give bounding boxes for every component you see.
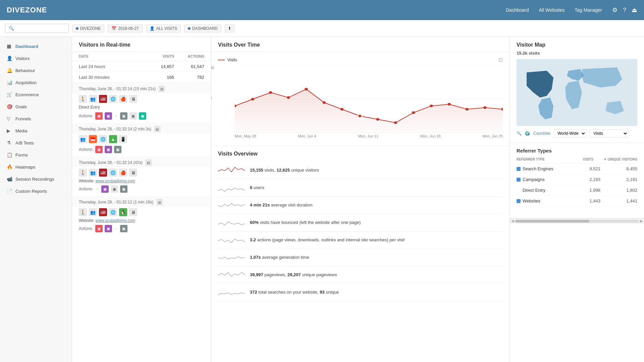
map-search-icon[interactable]: 🔍: [517, 131, 522, 136]
svg-point-9: [322, 101, 326, 104]
breadcrumb-up-button[interactable]: ⬆: [225, 24, 234, 33]
overview-row-1: 6 users: [218, 179, 503, 197]
session-1-expand[interactable]: ▤: [158, 85, 165, 92]
scroll-left-arrow[interactable]: ◀: [511, 219, 514, 223]
gear-icon[interactable]: ⚙: [612, 6, 618, 14]
help-icon[interactable]: ?: [623, 7, 626, 14]
sidebar-item-funnels[interactable]: ▽ Funnels: [0, 113, 72, 125]
session-1-actions-label: Actions:: [79, 114, 93, 118]
session-3-time: Thursday, June 28, - 01:32:14 (42s): [79, 160, 143, 165]
logout-icon[interactable]: ⏏: [632, 6, 637, 14]
session-3-icon-device: 🖥: [129, 169, 137, 177]
sidebar-item-forms[interactable]: 📋 Forms: [0, 149, 72, 161]
session-3-arrow: →: [95, 187, 99, 191]
session-3-header: Thursday, June 28, - 01:32:14 (42s) ▤: [72, 157, 211, 167]
breadcrumb-dashboard[interactable]: DASHBOARD: [184, 24, 221, 33]
nav-tag-manager[interactable]: Tag Manager: [575, 7, 602, 13]
sidebar-item-ecommerce[interactable]: 🛒 Ecommerce: [0, 88, 72, 101]
session-3-action-3: ▣: [120, 185, 127, 193]
date-col-header: DATE: [79, 54, 163, 58]
chart-fullscreen-icon[interactable]: ⊡: [498, 57, 503, 63]
search-box[interactable]: 🔍: [5, 24, 69, 33]
scrollbar[interactable]: ◀ ▶: [510, 218, 644, 224]
session-4-website-link[interactable]: www.scubadiving.com: [96, 218, 135, 223]
session-4-expand[interactable]: ▤: [156, 199, 163, 205]
globe-icon: 🌍: [525, 131, 530, 136]
breadcrumb-divezone[interactable]: DIVEZONE: [72, 24, 104, 33]
session-3-actions: Actions: → ▣ ▣ ▣: [72, 184, 211, 196]
middle-panel: Visits Over Time Visits ⊡ 17,630 8,815 0: [211, 37, 510, 362]
logo: DIVEZONE: [7, 6, 47, 14]
sidebar: ▦ Dashboard 👤 Visitors 🔔 Behaviour 📊 Acq…: [0, 37, 72, 362]
svg-point-12: [376, 118, 379, 121]
session-2-icon-flag: 🇮🇩: [89, 135, 97, 143]
session-3-action-1: ▣: [101, 185, 109, 193]
sidebar-item-acquisition[interactable]: 📊 Acquisition: [0, 76, 72, 88]
session-3-action-2: ▣: [111, 185, 118, 193]
mini-chart-3: [218, 217, 245, 229]
filter-icon: ▽: [7, 116, 12, 121]
metric-select[interactable]: Visits Unique Visitors Actions: [590, 129, 628, 137]
ref-name-0: Search Engines: [517, 166, 580, 171]
sidebar-item-visitors[interactable]: 👤 Visitors: [0, 52, 72, 64]
scroll-right-arrow[interactable]: ▶: [640, 219, 643, 223]
header-nav: Dashboard All Websites Tag Manager ⚙ ? ⏏: [506, 6, 637, 14]
breadcrumb-visits[interactable]: 👤 ALL VISITS: [146, 24, 181, 33]
visitor-map-section: Visitor Map 15.2k visits: [510, 37, 644, 143]
session-4-action-1: ▣: [95, 225, 103, 232]
session-3-expand[interactable]: ▤: [145, 159, 152, 166]
scrollbar-thumb[interactable]: [515, 220, 589, 223]
ref-row-1: Campaigns 2,193 2,191: [517, 174, 637, 185]
visits-overview-section: Visits Overview 15,155 visits, 12,625 un…: [211, 146, 509, 306]
sidebar-item-media[interactable]: ▶ Media: [0, 125, 72, 137]
ref-name-1: Campaigns: [517, 177, 580, 182]
mini-chart-7: [218, 287, 245, 298]
scrollbar-track[interactable]: [515, 220, 639, 223]
session-2-icon-android: ▲: [109, 135, 117, 143]
breadcrumb-date[interactable]: 📅 2018-06-27: [108, 24, 142, 33]
sidebar-item-goals[interactable]: 🎯 Goals: [0, 101, 72, 113]
region-select[interactable]: World-Wide Americas Europe Asia: [554, 129, 586, 137]
session-3-icon-2: 👥: [89, 169, 97, 177]
ref-row-3: Websites 1,443 1,441: [517, 196, 637, 206]
overview-row-2: 4 min 21s average visit duration: [218, 197, 503, 214]
x-label-2: Mon, Jun 11: [358, 134, 379, 138]
session-2-icon-chrome: 🌐: [99, 135, 107, 143]
person-icon: 👤: [150, 26, 155, 31]
mini-chart-2: [218, 199, 245, 211]
session-3-icon-os: 🍎: [119, 169, 127, 177]
session-3-icons: 🚶 👥 🇺🇸 🌐 🍎 🖥: [72, 167, 211, 178]
nav-all-websites[interactable]: All Websites: [539, 7, 565, 13]
header: DIVEZONE Dashboard All Websites Tag Mana…: [0, 0, 644, 20]
ref-row-2: Direct Entry 1,998 1,802: [517, 185, 637, 196]
overview-row-6: 39,997 pageviews, 29,207 unique pageview…: [218, 266, 503, 284]
x-label-1: Mon, Jun 4: [298, 134, 316, 138]
session-2-action-3: ▣: [114, 146, 121, 153]
session-4-website-label: Website: www.scubadiving.com: [72, 218, 211, 224]
session-2-expand[interactable]: ▤: [154, 126, 161, 132]
chart-icon: 📊: [7, 80, 12, 85]
sidebar-item-heatmaps[interactable]: 🔥 Heatmaps: [0, 161, 72, 173]
sidebar-item-session-recordings[interactable]: 📹 Session Recordings: [0, 173, 72, 185]
session-1-action-2: ▣: [105, 112, 112, 120]
session-1-icon-flag: 🇺🇸: [99, 95, 107, 103]
session-3-icon-flag: 🇺🇸: [99, 169, 107, 177]
overview-text-7: 372 total searches on your website, 93 u…: [250, 289, 339, 295]
sidebar-item-custom-reports[interactable]: 📄 Custom Reports: [0, 185, 72, 197]
nav-dashboard[interactable]: Dashboard: [506, 7, 529, 13]
overview-row-7: 372 total searches on your website, 93 u…: [218, 284, 503, 301]
session-1-time: Thursday, June 28, - 01:32:14 (15 min 21…: [79, 86, 156, 91]
countries-label: Countries: [533, 131, 550, 136]
sidebar-item-dashboard[interactable]: ▦ Dashboard: [0, 40, 72, 52]
overview-text-5: 1.07s average generation time: [250, 254, 309, 260]
divezone-dot-icon: [76, 27, 78, 30]
session-4-icon-flag: 🇺🇸: [99, 208, 107, 216]
session-3-website-link[interactable]: www.scubadiving.com: [96, 179, 135, 183]
overview-text-4: 3.2 actions (page views, downloads, outl…: [250, 237, 405, 243]
map-controls: 🔍 🌍 Countries World-Wide Americas Europe…: [517, 129, 637, 137]
sidebar-item-behaviour[interactable]: 🔔 Behaviour: [0, 64, 72, 76]
sidebar-item-ab-tests[interactable]: ⚗ A/B Tests: [0, 137, 72, 149]
play-icon: ▶: [7, 128, 12, 133]
report-icon: 📄: [7, 188, 12, 194]
referrer-section: Referrer Types REFERRER TYPE VISITS ▼ UN…: [510, 143, 644, 212]
